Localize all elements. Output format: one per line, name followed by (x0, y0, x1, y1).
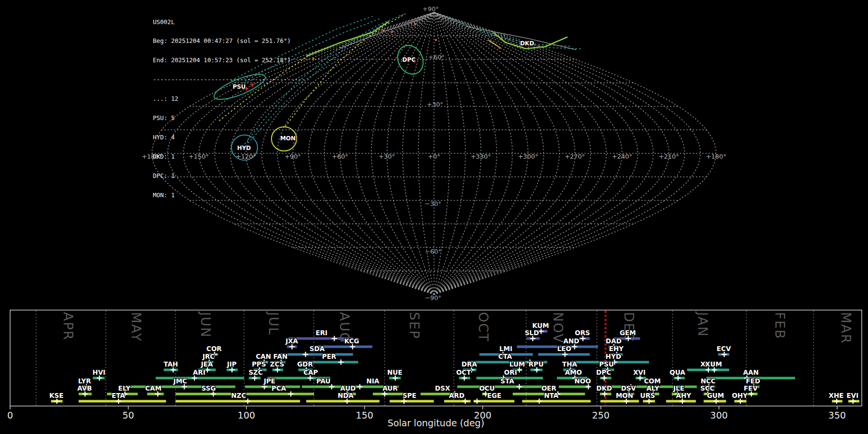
shower-peak-marker (712, 367, 717, 373)
shower-label-ahy: AHY (676, 392, 692, 399)
radiant-label-dpc: DPC (402, 56, 416, 63)
shower-label-dkd: DKD (596, 384, 612, 392)
shower-peak-marker (586, 384, 591, 390)
shower-label-fan: FAN (273, 353, 287, 360)
meteor-track (307, 22, 389, 56)
shower-peak-marker (721, 352, 727, 357)
shower-peak-marker (339, 360, 344, 365)
shower-peak-marker (475, 399, 480, 404)
lat-axis-label: −90° (425, 294, 441, 301)
shower-label-noo: NOO (574, 377, 591, 385)
shower-bar-ari (156, 377, 244, 379)
shower-bar-nda (306, 400, 380, 402)
shower-peak-marker (262, 384, 267, 390)
lon-axis-label: +180° (706, 153, 726, 160)
shower-label-ege: EGE (487, 392, 502, 399)
shower-label-ori: ORI (504, 368, 517, 376)
shower-label-ssg: SSG (202, 384, 216, 392)
legend-separator: ----------------------------------------… (153, 76, 305, 82)
shower-peak-marker (171, 367, 176, 373)
x-tick-label: 350 (828, 410, 846, 420)
lon-axis-label: +210° (659, 153, 679, 160)
month-label-jan: JAN (695, 311, 710, 337)
track-end-dot (391, 31, 393, 33)
month-label-mar: MAR (839, 312, 854, 344)
month-label-sep: SEP (407, 312, 422, 339)
shower-peak-marker (624, 399, 629, 404)
shower-label-dad: DAD (606, 337, 622, 345)
shower-label-xum: XUM (705, 360, 722, 368)
shower-label-lum: LUM (509, 360, 525, 368)
track-end-dot (382, 29, 384, 31)
shower-label-jpe: JPE (263, 377, 275, 385)
track-end-dot (539, 46, 541, 48)
shower-label-pau: PAU (316, 377, 331, 385)
shower-label-jmc: JMC (173, 377, 187, 385)
shower-peak-marker (350, 344, 355, 350)
shower-label-spe: SPE (403, 392, 417, 399)
begin-time: Beg: 20251204 00:47:27 (sol = 251.76°) (153, 38, 305, 44)
shower-peak-marker (516, 384, 522, 390)
count-dkd: DKD: 1 (153, 153, 305, 160)
lat-axis-label: +30° (427, 101, 443, 108)
shower-bar-nta (522, 400, 591, 402)
shower-label-xhe: XHE (829, 392, 844, 399)
shower-peak-marker (602, 392, 607, 397)
info-panel: US002L Beg: 20251204 00:47:27 (sol = 251… (153, 6, 305, 211)
month-label-oct: OCT (476, 312, 491, 342)
track-end-dot (435, 39, 437, 41)
x-tick-label: 300 (710, 410, 728, 420)
shower-label-com: COM (644, 377, 661, 385)
shower-label-ari: ARI (193, 368, 205, 376)
shower-label-gdr: GDR (297, 360, 313, 368)
shower-peak-marker (303, 352, 308, 357)
lon-axis-label: +240° (612, 153, 632, 160)
shower-peak-marker (539, 329, 544, 334)
shower-peak-marker (537, 399, 542, 404)
shower-label-per: PER (322, 353, 337, 360)
shower-label-ors: ORS (575, 329, 590, 337)
shower-label-lyr: LYR (78, 377, 91, 385)
shower-peak-marker (155, 392, 161, 397)
lon-axis-label: +0° (428, 153, 440, 160)
shower-label-ohy: OHY (732, 392, 748, 399)
shower-label-cta: CTA (498, 353, 512, 360)
shower-label-mon: MON (616, 392, 633, 399)
x-tick-label: 50 (122, 410, 134, 420)
lon-axis-label: +270° (565, 153, 585, 160)
shower-label-ard: ARD (449, 392, 464, 399)
shower-label-aud: AUD (340, 384, 356, 392)
plot-canvas: PSUHYDMONDPCDKD+180°+150°+120°+90°+60°+3… (0, 0, 868, 434)
shower-label-hyd: HYD (606, 353, 621, 360)
shower-label-psu: PSU (599, 360, 614, 368)
shower-label-nta: NTA (544, 392, 558, 399)
station-id: US002L (153, 19, 305, 25)
lon-axis-label: +30° (379, 153, 395, 160)
shower-label-zcs: ZCS (270, 360, 285, 368)
shower-label-hvi: HVI (93, 368, 106, 376)
shower-label-qua: QUA (670, 368, 686, 376)
month-label-may: MAY (129, 312, 144, 342)
shower-label-rpu: RPU (529, 360, 543, 368)
shower-label-fev: FEV (744, 384, 758, 392)
count-sporadic: ...: 12 (153, 95, 305, 102)
end-time: End: 20251204 10:57:23 (sol = 252.18°) (153, 57, 305, 63)
shower-label-cor: COR (206, 345, 222, 353)
shower-peak-marker (344, 399, 350, 404)
shower-bar-spe (390, 400, 434, 402)
shower-label-lmi: LMI (499, 345, 512, 353)
shower-peak-marker (192, 376, 197, 381)
month-label-feb: FEB (773, 312, 787, 339)
shower-label-amo: AMO (565, 368, 582, 376)
shower-peak-marker (516, 367, 522, 373)
x-tick-label: 0 (7, 410, 13, 420)
shower-label-ncc: NCC (701, 377, 716, 385)
shower-bar-mon (600, 400, 639, 402)
count-mon: MON: 1 (153, 192, 305, 198)
shower-bar-jmc (124, 385, 235, 388)
shower-label-tha: THA (562, 360, 578, 368)
shower-peak-marker (289, 344, 295, 350)
shower-label-ecv: ECV (717, 345, 731, 353)
lon-axis-label: +330° (471, 153, 491, 160)
shower-label-evi: EVI (846, 392, 858, 399)
